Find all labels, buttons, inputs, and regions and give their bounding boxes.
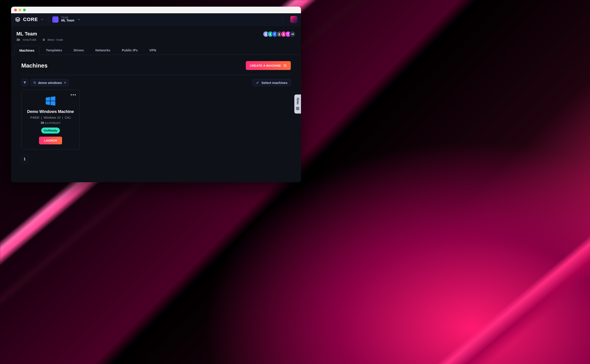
chevron-down-icon	[40, 18, 44, 21]
help-widget[interactable]: Help	[294, 94, 301, 113]
page-number-current[interactable]: 1	[21, 155, 28, 163]
search-filter-chip[interactable]: demo windows ✕	[31, 79, 69, 86]
id-value: tenwfu6b	[22, 38, 36, 41]
tab-public-ips[interactable]: Public IPs	[117, 46, 143, 55]
team-name: ML Team	[61, 19, 74, 22]
pagination: 1	[21, 155, 291, 163]
tab-drives[interactable]: Drives	[68, 46, 89, 55]
tab-bar: MachinesTemplatesDrivesNetworksPublic IP…	[11, 46, 301, 55]
clear-filter-button[interactable]: ✕	[64, 81, 66, 84]
divider	[283, 17, 283, 22]
svg-marker-0	[15, 17, 20, 20]
list-toolbar: demo windows ✕ Select machines	[21, 79, 291, 86]
stack-icon	[15, 16, 21, 23]
launch-button[interactable]: LAUNCH	[39, 136, 62, 144]
machine-card-grid: •••Demo Windows MachineP4000 | Windows 1…	[21, 90, 291, 150]
card-menu-button[interactable]: •••	[71, 92, 76, 97]
divider	[48, 17, 48, 22]
svg-marker-16	[46, 97, 50, 101]
status-badge: On/Ready	[41, 128, 60, 134]
machine-card[interactable]: •••Demo Windows MachineP4000 | Windows 1…	[21, 90, 80, 150]
select-machines-button[interactable]: Select machines	[252, 79, 291, 86]
svg-line-23	[298, 107, 299, 108]
svg-marker-19	[51, 101, 55, 106]
profile-menu[interactable]	[290, 16, 298, 23]
lifebuoy-icon	[296, 106, 300, 110]
topbar: CORE TEAM ML Team	[11, 13, 301, 26]
team-switcher[interactable]: TEAM ML Team	[61, 16, 74, 22]
filter-chip-text: demo windows	[38, 81, 62, 84]
svg-point-4	[283, 33, 284, 34]
windows-icon	[45, 95, 56, 107]
filter-icon	[23, 81, 27, 84]
window-close-button[interactable]	[14, 9, 17, 11]
app-window: CORE TEAM ML Team ML Team ID tenwfu6b	[11, 7, 301, 182]
svg-marker-18	[46, 101, 50, 105]
window-zoom-button[interactable]	[23, 9, 26, 11]
tab-templates[interactable]: Templates	[41, 46, 67, 55]
svg-line-24	[297, 109, 297, 110]
svg-point-1	[265, 33, 267, 34]
member-avatar-stack[interactable]: CT+6	[265, 31, 296, 37]
svg-point-21	[297, 108, 298, 109]
chevron-down-icon	[77, 18, 81, 21]
window-minimize-button[interactable]	[19, 9, 21, 11]
member-avatar-overflow[interactable]: +6	[290, 31, 296, 37]
button-label: Select machines	[261, 81, 287, 84]
search-icon	[33, 81, 36, 84]
handle-value: demo-team	[47, 38, 63, 41]
svg-point-2	[270, 33, 271, 34]
create-machine-button[interactable]: CREATE A MACHINE	[246, 61, 291, 70]
help-label: Help	[296, 98, 299, 104]
svg-line-15	[35, 83, 36, 84]
product-switcher[interactable]: CORE	[15, 16, 44, 23]
team-avatar-chip[interactable]	[52, 16, 59, 23]
filter-button[interactable]	[21, 79, 28, 86]
machine-name: Demo Windows Machine	[26, 109, 76, 114]
machine-id: IDpsx5ebyb2	[26, 121, 76, 124]
svg-marker-17	[51, 96, 55, 101]
section-title: Machines	[21, 62, 48, 69]
handle-label: U	[43, 38, 45, 41]
tab-machines[interactable]: Machines	[14, 46, 40, 55]
tab-networks[interactable]: Networks	[90, 46, 115, 55]
machine-spec: P4000 | Windows 10 | CA1	[26, 116, 76, 119]
chip-icon	[283, 64, 287, 67]
check-icon	[256, 81, 259, 84]
product-name: CORE	[23, 17, 38, 22]
page-title: ML Team	[16, 31, 63, 37]
svg-point-14	[34, 82, 35, 84]
tab-vpn[interactable]: VPN	[144, 46, 161, 55]
window-titlebar	[11, 7, 301, 13]
id-label: ID	[16, 38, 20, 41]
svg-rect-5	[284, 65, 286, 66]
svg-line-25	[298, 109, 299, 110]
page-meta: ID tenwfu6b U demo-team	[16, 38, 63, 41]
svg-point-3	[279, 33, 280, 34]
button-label: CREATE A MACHINE	[250, 64, 281, 67]
svg-line-22	[297, 107, 297, 108]
